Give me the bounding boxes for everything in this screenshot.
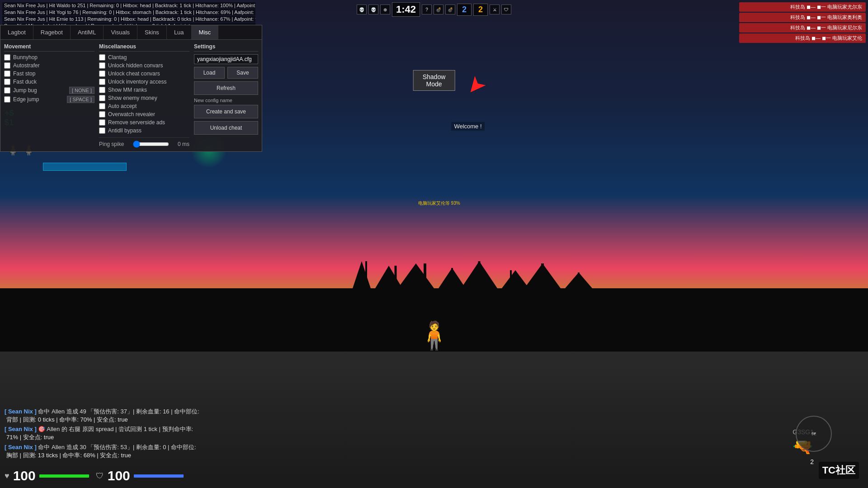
chat-text-1: 命中 Allen 造成 49 「预估伤害: 37」| 剩余血量: 16 | 命中…	[38, 408, 199, 415]
fast-duck-label: Fast duck	[13, 79, 37, 85]
autostrafer-label: Autostrafer	[13, 62, 40, 69]
jump-bug-item[interactable]: Jump bug [ NONE ]	[4, 87, 94, 94]
team-panel-3: 科技岛 ◼— ◼一 电脑玩家尼尔东	[739, 23, 866, 33]
remove-serverside-ads-checkbox[interactable]	[99, 119, 105, 126]
cheat-menu: Lagbot Ragebot AntiML Visuals Skins Lua …	[0, 25, 262, 152]
top-hud: 💀 💀 ⊕ 1:42 ? 💣 💣 2 2 ⚔ 🛡	[357, 2, 511, 17]
show-enemy-money-checkbox[interactable]	[99, 95, 105, 101]
overwatch-revealer-label: Overwatch revealer	[108, 111, 155, 117]
tab-ragebot[interactable]: Ragebot	[33, 25, 71, 39]
config-file-input[interactable]	[194, 54, 258, 64]
ping-spike-slider[interactable]	[133, 141, 169, 148]
jump-bug-label: Jump bug	[13, 87, 37, 94]
armor-value: 100	[108, 468, 130, 483]
health-value: 100	[13, 468, 36, 483]
bomb-icon-2: 💣	[445, 5, 455, 14]
remove-serverside-ads-label: Remove serverside ads	[108, 119, 165, 126]
unload-cheat-button[interactable]: Unload cheat	[194, 121, 258, 135]
edge-jump-checkbox[interactable]	[4, 96, 10, 103]
tab-lua[interactable]: Lua	[167, 25, 192, 39]
clantag-label: Clantag	[108, 54, 127, 61]
movement-title: Movement	[4, 43, 94, 52]
overwatch-revealer-checkbox[interactable]	[99, 111, 105, 117]
antidll-bypass-item[interactable]: Antidll bypass	[99, 127, 189, 134]
fast-stop-item[interactable]: Fast stop	[4, 70, 94, 77]
minimap-content: 🗺	[811, 432, 816, 436]
load-button[interactable]: Load	[194, 67, 225, 79]
autostrafer-item[interactable]: Autostrafer	[4, 62, 94, 69]
unlock-cheat-convars-item[interactable]: Unlock cheat convars	[99, 70, 189, 77]
team-panel-1: 科技岛 ◼— ◼一 电脑玩家尤尔东	[739, 2, 866, 12]
new-config-label: New config name	[194, 98, 258, 103]
show-enemy-money-label: Show enemy money	[108, 95, 157, 101]
shield-hud-icon: 🛡	[501, 5, 511, 14]
load-save-row: Load Save	[194, 67, 258, 79]
ping-spike-value: 0 ms	[178, 141, 189, 147]
unlock-inventory-label: Unlock inventory access	[108, 79, 166, 85]
tab-misc[interactable]: Misc	[192, 25, 219, 39]
question-icon: ?	[422, 5, 432, 14]
fast-duck-item[interactable]: Fast duck	[4, 79, 94, 85]
health-area: ♥ 100 🛡 100	[5, 468, 184, 483]
show-enemy-money-item[interactable]: Show enemy money	[99, 95, 189, 101]
clantag-checkbox[interactable]	[99, 54, 105, 61]
minimap: 🗺	[796, 416, 832, 452]
fast-duck-checkbox[interactable]	[4, 79, 10, 85]
chat-line-1: [ Sean Nix ] 命中 Allen 造成 49 「预估伤害: 37」| …	[5, 408, 199, 424]
tab-visuals[interactable]: Visuals	[104, 25, 137, 39]
auto-accept-checkbox[interactable]	[99, 103, 105, 109]
autostrafer-checkbox[interactable]	[4, 62, 10, 69]
crosshair-icon: ⊕	[380, 5, 390, 14]
tab-lagbot[interactable]: Lagbot	[0, 25, 33, 39]
tab-skins[interactable]: Skins	[137, 25, 167, 39]
unlock-hidden-convars-checkbox[interactable]	[99, 62, 105, 69]
clantag-item[interactable]: Clantag	[99, 54, 189, 61]
health-block: ♥ 100	[5, 468, 89, 483]
health-bar-container	[39, 474, 89, 478]
ping-spike-label: Ping spike	[99, 141, 124, 147]
auto-accept-item[interactable]: Auto accept	[99, 103, 189, 109]
armor-icon: 🛡	[96, 471, 104, 481]
unlock-inventory-checkbox[interactable]	[99, 79, 105, 85]
svg-marker-3	[398, 263, 434, 288]
skull-icon-t: 💀	[368, 5, 378, 14]
create-save-button[interactable]: Create and save	[194, 105, 258, 118]
show-mm-ranks-label: Show MM ranks	[108, 87, 147, 93]
log-line-1: Sean Nix Free Jus | Hit Waldo to 251 | R…	[2, 2, 255, 9]
chat-name-3: [ Sean Nix ]	[5, 444, 37, 450]
welcome-text: Welcome !	[451, 122, 484, 131]
unlock-inventory-item[interactable]: Unlock inventory access	[99, 79, 189, 85]
bottom-chat: [ Sean Nix ] 命中 Allen 造成 49 「预估伤害: 37」| …	[5, 408, 199, 461]
antidll-bypass-checkbox[interactable]	[99, 127, 105, 134]
show-mm-ranks-item[interactable]: Show MM ranks	[99, 87, 189, 93]
bunnyhop-label: Bunnyhop	[13, 54, 38, 61]
chat-text-2: 🎯 Allen 的 右腿 原因 spread | 尝试回测 1 tick | 预…	[38, 426, 193, 432]
misc-title: Miscellaneous	[99, 43, 189, 52]
save-button[interactable]: Save	[227, 67, 258, 79]
tab-bar: Lagbot Ragebot AntiML Visuals Skins Lua …	[0, 25, 262, 40]
armor-block: 🛡 100	[96, 468, 184, 483]
overwatch-revealer-item[interactable]: Overwatch revealer	[99, 111, 189, 117]
unlock-cheat-convars-checkbox[interactable]	[99, 70, 105, 77]
team-panels: 科技岛 ◼— ◼一 电脑玩家尤尔东 科技岛 ◼— ◼一 电脑玩家奥利奥 科技岛 …	[739, 2, 866, 43]
remove-serverside-ads-item[interactable]: Remove serverside ads	[99, 119, 189, 126]
unlock-hidden-convars-item[interactable]: Unlock hidden convars	[99, 62, 189, 69]
team-icons: ⚔	[490, 5, 500, 14]
edge-jump-key[interactable]: [ SPACE ]	[67, 96, 94, 103]
bunnyhop-item[interactable]: Bunnyhop	[4, 54, 94, 61]
shadow-mode-button[interactable]: Shadow Mode	[413, 70, 455, 91]
edge-jump-label: Edge jump	[13, 96, 39, 103]
jump-bug-key[interactable]: [ NONE ]	[69, 87, 94, 94]
ping-spike-row: Ping spike 0 ms	[99, 137, 189, 148]
edge-jump-item[interactable]: Edge jump [ SPACE ]	[4, 96, 94, 103]
bomb-icon-1: 💣	[434, 5, 443, 14]
fast-stop-checkbox[interactable]	[4, 70, 10, 77]
jump-bug-checkbox[interactable]	[4, 87, 10, 94]
refresh-button[interactable]: Refresh	[194, 81, 258, 95]
bunnyhop-checkbox[interactable]	[4, 54, 10, 61]
show-mm-ranks-checkbox[interactable]	[99, 87, 105, 93]
health-bar-fill	[39, 474, 89, 478]
chat-text-3b: 胸部 | 回测: 13 ticks | 命中率: 68% | 安全点: true	[5, 451, 199, 460]
settings-title: Settings	[194, 43, 258, 52]
tab-antiml[interactable]: AntiML	[71, 25, 104, 39]
